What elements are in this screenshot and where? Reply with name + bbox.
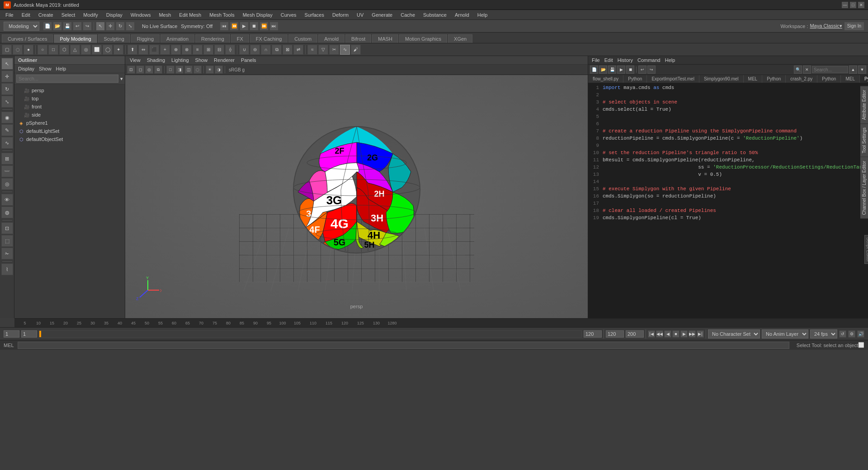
offset-loop-btn[interactable]: ⊞ bbox=[203, 45, 213, 55]
vp-show-menu[interactable]: Show bbox=[193, 57, 211, 63]
plane-btn[interactable]: ⬜ bbox=[92, 45, 102, 55]
range-start-input[interactable] bbox=[606, 330, 624, 338]
playback-settings-btn[interactable]: ⚙ bbox=[848, 330, 855, 338]
deformer-btn[interactable]: ⌇ bbox=[1, 263, 13, 275]
script-editor-label[interactable]: Script Editor bbox=[864, 235, 868, 264]
script-tab-python3[interactable]: Python bbox=[817, 75, 841, 83]
tab-xgen[interactable]: XGen bbox=[448, 34, 472, 43]
boolean-diff-btn[interactable]: ⊖ bbox=[250, 45, 260, 55]
menu-help[interactable]: Help bbox=[474, 11, 491, 19]
cam-fit-btn[interactable]: ⊡ bbox=[127, 66, 135, 74]
sign-in-btn[interactable]: Sign In bbox=[844, 22, 864, 31]
playback-next[interactable]: ⏩ bbox=[259, 22, 269, 31]
merge-btn[interactable]: ⊕ bbox=[171, 45, 181, 55]
menu-edit-mesh[interactable]: Edit Mesh bbox=[175, 11, 205, 19]
tree-item-psphere1[interactable]: ◈ pSphere1 bbox=[16, 119, 123, 127]
tab-bifrost[interactable]: Bifrost bbox=[345, 34, 371, 43]
se-clear-btn[interactable]: ✕ bbox=[803, 66, 811, 74]
tab-curves-surfaces[interactable]: Curves / Surfaces bbox=[2, 34, 53, 43]
script-tab-mel1[interactable]: MEL bbox=[744, 75, 763, 83]
tab-mash[interactable]: MASH bbox=[372, 34, 398, 43]
menu-edit[interactable]: Edit bbox=[18, 11, 34, 19]
cam-ortho-btn[interactable]: ⧉ bbox=[154, 66, 162, 74]
nav-play-btn[interactable]: ▶ bbox=[680, 330, 688, 338]
nav-play-back-btn[interactable]: ◀ bbox=[664, 330, 671, 338]
save-btn[interactable]: 💾 bbox=[63, 22, 72, 31]
tab-rigging[interactable]: Rigging bbox=[131, 34, 160, 43]
mirror-btn[interactable]: ⇌ bbox=[293, 45, 303, 55]
tree-item-defaultobjectset[interactable]: ⬡ defaultObjectSet bbox=[16, 135, 123, 143]
separate-btn[interactable]: ⊠ bbox=[283, 45, 292, 55]
disk-btn[interactable]: ◯ bbox=[103, 45, 113, 55]
playback-prev[interactable]: ⏪ bbox=[230, 22, 239, 31]
bevel-btn[interactable]: ⟠ bbox=[225, 45, 235, 55]
script-tab-mel2[interactable]: MEL bbox=[841, 75, 860, 83]
smooth-btn[interactable]: ≈ bbox=[307, 45, 317, 55]
cone-btn[interactable]: △ bbox=[70, 45, 80, 55]
anim-layer-dropdown[interactable]: No Anim Layer bbox=[762, 329, 808, 338]
select-paint-btn[interactable]: ● bbox=[24, 45, 33, 55]
menu-uv[interactable]: UV bbox=[353, 11, 367, 19]
vp-panels-menu[interactable]: Panels bbox=[238, 57, 259, 63]
start-frame-input[interactable] bbox=[21, 330, 37, 338]
scale-tool[interactable]: ⤡ bbox=[1, 96, 13, 108]
se-search-btn[interactable]: 🔍 bbox=[794, 66, 802, 74]
menu-create[interactable]: Create bbox=[35, 11, 57, 19]
outliner-show-menu[interactable]: Show bbox=[37, 66, 53, 72]
outliner-search-input[interactable] bbox=[16, 75, 118, 83]
se-prev-btn[interactable]: ▲ bbox=[849, 66, 857, 74]
timeline-playhead[interactable] bbox=[39, 331, 41, 337]
cam-frame-btn[interactable]: ◻ bbox=[136, 66, 144, 74]
sculpt-btn[interactable]: ∿ bbox=[340, 45, 350, 55]
close-button[interactable]: ✕ bbox=[858, 2, 864, 8]
se-redo-btn[interactable]: ↪ bbox=[647, 66, 656, 74]
menu-cache[interactable]: Cache bbox=[397, 11, 419, 19]
se-help-menu[interactable]: Help bbox=[663, 57, 677, 63]
cube-btn[interactable]: □ bbox=[48, 45, 58, 55]
attr-editor-tab[interactable]: Attribute Editor bbox=[860, 86, 868, 123]
script-tab-python2[interactable]: Python bbox=[762, 75, 786, 83]
mel-input[interactable] bbox=[18, 342, 789, 349]
vp-shading-menu[interactable]: Shading bbox=[144, 57, 168, 63]
isolate-btn[interactable]: ◍ bbox=[1, 207, 13, 218]
cam-pivot-btn[interactable]: ◎ bbox=[145, 66, 153, 74]
tool-settings-tab[interactable]: Tool Settings bbox=[860, 123, 868, 157]
playback-stop[interactable]: ⏹ bbox=[250, 22, 259, 31]
tab-fx-caching[interactable]: FX Caching bbox=[250, 34, 288, 43]
tab-custom[interactable]: Custom bbox=[288, 34, 317, 43]
grid-btn[interactable]: ⊡ bbox=[1, 222, 13, 234]
vp-view-menu[interactable]: View bbox=[127, 57, 143, 63]
shaded-wire-btn[interactable]: ◫ bbox=[184, 66, 193, 74]
nav-next-btn[interactable]: ▶▶ bbox=[689, 330, 696, 338]
bridge-btn[interactable]: ⇔ bbox=[138, 45, 148, 55]
sphere-btn[interactable]: ○ bbox=[38, 45, 47, 55]
rotate-tool[interactable]: ↻ bbox=[1, 83, 13, 95]
se-edit-menu[interactable]: Edit bbox=[603, 57, 615, 63]
shadow-btn[interactable]: ◑ bbox=[215, 66, 223, 74]
tree-item-side[interactable]: 🎥 side bbox=[22, 111, 123, 119]
menu-surfaces[interactable]: Surfaces bbox=[301, 11, 328, 19]
tab-rendering[interactable]: Rendering bbox=[195, 34, 230, 43]
redo-btn[interactable]: ↪ bbox=[83, 22, 92, 31]
playback-start[interactable]: ⏮ bbox=[220, 22, 229, 31]
menu-display[interactable]: Display bbox=[103, 11, 126, 19]
loop-btn[interactable]: ↺ bbox=[839, 330, 846, 338]
fps-dropdown[interactable]: 24 fps bbox=[810, 329, 837, 338]
tab-poly-modeling[interactable]: Poly Modeling bbox=[54, 34, 97, 43]
script-tab-python-active[interactable]: Python bbox=[860, 75, 868, 83]
append-btn[interactable]: + bbox=[160, 45, 170, 55]
title-bar-controls[interactable]: — □ ✕ bbox=[842, 2, 864, 8]
maximize-button[interactable]: □ bbox=[850, 2, 856, 8]
rotate-btn[interactable]: ↻ bbox=[116, 22, 125, 31]
current-frame-input[interactable] bbox=[4, 330, 19, 338]
xray-btn[interactable]: ◌ bbox=[193, 66, 202, 74]
multi-cut-btn[interactable]: ✁ bbox=[1, 248, 13, 259]
se-command-menu[interactable]: Command bbox=[636, 57, 662, 63]
cylinder-btn[interactable]: ⬡ bbox=[59, 45, 69, 55]
tab-arnold[interactable]: Arnold bbox=[318, 34, 344, 43]
workspace-value[interactable]: Maya Classic▾ bbox=[810, 23, 842, 29]
modeling-dropdown[interactable]: Modeling bbox=[4, 22, 39, 31]
torus-btn[interactable]: ◎ bbox=[81, 45, 91, 55]
move-btn[interactable]: ✛ bbox=[106, 22, 115, 31]
end-frame-input[interactable] bbox=[584, 330, 602, 338]
